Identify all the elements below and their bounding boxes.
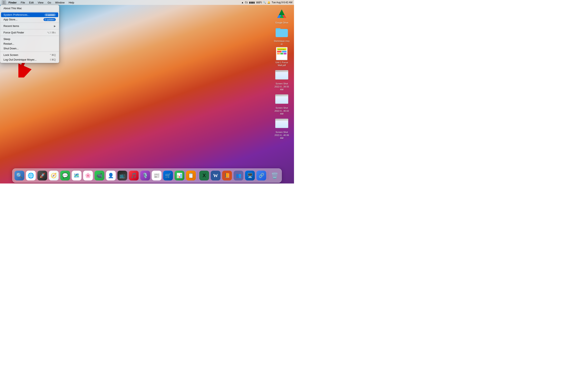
menu-shut-down[interactable]: Shut Down... <box>0 46 59 51</box>
screenshot2-label: Screen Shot 2022-0...40.02 AM <box>274 106 290 115</box>
dock-icon-powerpoint[interactable]: 📙 <box>222 170 232 181</box>
dock-icon-tv[interactable]: 📺 <box>117 170 128 181</box>
pdf-label: Unit 1 FocusWall.pdf <box>276 61 288 67</box>
menu-system-preferences[interactable]: System Preferences... 1 update <box>1 12 58 17</box>
desktop-icon-folder[interactable]: Dominique.moyer <box>274 26 290 45</box>
svg-rect-16 <box>277 51 282 52</box>
menubar-help[interactable]: Help <box>67 1 76 4</box>
svg-rect-18 <box>277 53 280 54</box>
dock: 🔍 🌐 🚀 🧭 💬 <box>12 168 282 183</box>
log-out-shortcut: ⇧⌘Q <box>49 58 56 61</box>
dock-icon-keynote[interactable]: 📋 <box>186 170 196 181</box>
creative-cloud-icon: Cc <box>245 1 248 4</box>
menubar-right: ▲ Cc ▮▮▮▮ WiFi 🔍 🔔 Tue Aug 9 6:42 AM <box>241 1 292 4</box>
menu-force-quit[interactable]: Force Quit Finder ⌥⇧⌘⎋ <box>0 30 59 35</box>
menu-lock-screen[interactable]: Lock Screen ⌃⌘Q <box>0 53 59 57</box>
dock-icon-safari[interactable]: 🧭 <box>48 170 59 181</box>
desktop-icon-pdf[interactable]: FOCUS WALL Unit 1 FocusWall.pdf <box>274 47 290 67</box>
desktop-icon-screenshot2[interactable]: Screen Shot 2022-0...40.02 AM <box>274 92 290 115</box>
lock-screen-shortcut: ⌃⌘Q <box>49 54 56 57</box>
drive-icon: ▲ <box>241 1 244 4</box>
screenshot3-thumbnail <box>275 119 288 128</box>
dock-icon-contacts[interactable]: 👤 <box>105 170 116 181</box>
menu-restart[interactable]: Restart... <box>0 42 59 46</box>
gdrive-svg-icon <box>276 8 288 19</box>
dock-icon-music[interactable]: 🎵 <box>129 170 139 181</box>
dock-icon-podcasts[interactable]: 🎙️ <box>140 170 150 181</box>
folder-svg-icon <box>276 27 288 38</box>
apple-menu-dropdown: About This Mac System Preferences... 1 u… <box>0 5 59 63</box>
menu-log-out[interactable]: Log Out Dominique Moyer... ⇧⌘Q <box>0 57 59 62</box>
menu-separator-1 <box>0 11 59 12</box>
svg-rect-17 <box>282 51 286 52</box>
menubar-finder[interactable]: Finder <box>7 1 18 4</box>
menubar-view[interactable]: View <box>36 1 45 4</box>
dock-icon-finder[interactable]: 🔍 <box>14 170 25 181</box>
svg-marker-7 <box>279 9 285 15</box>
chevron-right-icon: ▶ <box>54 25 56 27</box>
menu-sleep[interactable]: Sleep <box>0 37 59 42</box>
battery-icon: ▮▮▮▮ <box>249 1 255 4</box>
menu-about-this-mac[interactable]: About This Mac <box>0 6 59 11</box>
dock-icon-screenconnect[interactable]: 🔗 <box>256 170 267 181</box>
menubar-edit[interactable]: Edit <box>27 1 35 4</box>
dock-icon-teams[interactable]: 👥 <box>233 170 244 181</box>
clock: Tue Aug 9 6:42 AM <box>272 1 292 4</box>
dock-icon-maps[interactable]: 🗺️ <box>71 170 82 181</box>
force-quit-shortcut: ⌥⇧⌘⎋ <box>47 31 56 34</box>
menu-separator-2 <box>0 23 59 23</box>
wifi-icon: WiFi <box>256 1 262 4</box>
dock-icon-chrome[interactable]: 🌐 <box>26 170 36 181</box>
app-store-badge: 6 updates <box>43 18 56 21</box>
notification-icon[interactable]: 🔔 <box>267 1 270 4</box>
dock-icon-word[interactable]: W <box>210 170 221 181</box>
dock-icon-remote[interactable]: 🖥️ <box>245 170 255 181</box>
menu-separator-4 <box>0 36 59 36</box>
desktop:  Finder File Edit View Go Window Help ▲… <box>0 0 294 184</box>
system-prefs-badge: 1 update <box>44 13 56 16</box>
menubar:  Finder File Edit View Go Window Help ▲… <box>0 0 294 5</box>
menubar-file[interactable]: File <box>19 1 27 4</box>
svg-rect-12 <box>276 29 288 37</box>
menu-separator-3 <box>0 29 59 29</box>
svg-text:FOCUS WALL: FOCUS WALL <box>278 49 286 50</box>
screenshot2-thumbnail <box>275 94 288 104</box>
dock-icon-numbers[interactable]: 📊 <box>174 170 185 181</box>
dock-separator-2 <box>268 171 268 180</box>
menubar-left:  Finder File Edit View Go Window Help <box>2 0 76 5</box>
dock-icon-photos[interactable]: 🌸 <box>83 170 93 181</box>
gdrive-label: Google Drive <box>275 21 288 24</box>
menubar-window[interactable]: Window <box>53 1 66 4</box>
dock-icon-launchpad[interactable]: 🚀 <box>37 170 48 181</box>
desktop-icons-container: Google Drive Dominique.moyer <box>274 7 290 140</box>
desktop-icon-gdrive[interactable]: Google Drive <box>274 7 290 24</box>
svg-rect-19 <box>280 53 283 54</box>
dock-icon-facetime[interactable]: 📹 <box>94 170 105 181</box>
desktop-icon-screenshot3[interactable]: Screen Shot 2022-0...40.06 AM <box>274 117 290 140</box>
pdf-thumbnail: FOCUS WALL <box>276 47 287 60</box>
dock-icon-messages[interactable]: 💬 <box>60 170 70 181</box>
dock-icon-excel[interactable]: X <box>199 170 209 181</box>
menubar-go[interactable]: Go <box>46 1 53 4</box>
desktop-icon-screenshot1[interactable]: Screen Shot 2022-0...39.55 AM <box>274 68 290 91</box>
apple-menu-trigger[interactable]:  <box>2 0 6 5</box>
pdf-content: FOCUS WALL <box>277 48 287 60</box>
dock-icon-appstore[interactable]: 🛒 <box>163 170 173 181</box>
dock-icon-news[interactable]: 📰 <box>151 170 162 181</box>
svg-rect-20 <box>284 53 286 54</box>
search-icon[interactable]: 🔍 <box>263 1 266 4</box>
menu-app-store[interactable]: App Store... 6 updates <box>0 17 59 22</box>
screenshot3-label: Screen Shot 2022-0...40.06 AM <box>274 131 290 140</box>
menu-recent-items[interactable]: Recent Items ▶ <box>0 24 59 28</box>
screenshot1-label: Screen Shot 2022-0...39.55 AM <box>274 82 290 91</box>
dock-icon-trash[interactable]: 🗑️ <box>269 170 280 181</box>
screenshot1-thumbnail <box>275 70 288 80</box>
folder-label: Dominique.moyer <box>274 40 290 45</box>
